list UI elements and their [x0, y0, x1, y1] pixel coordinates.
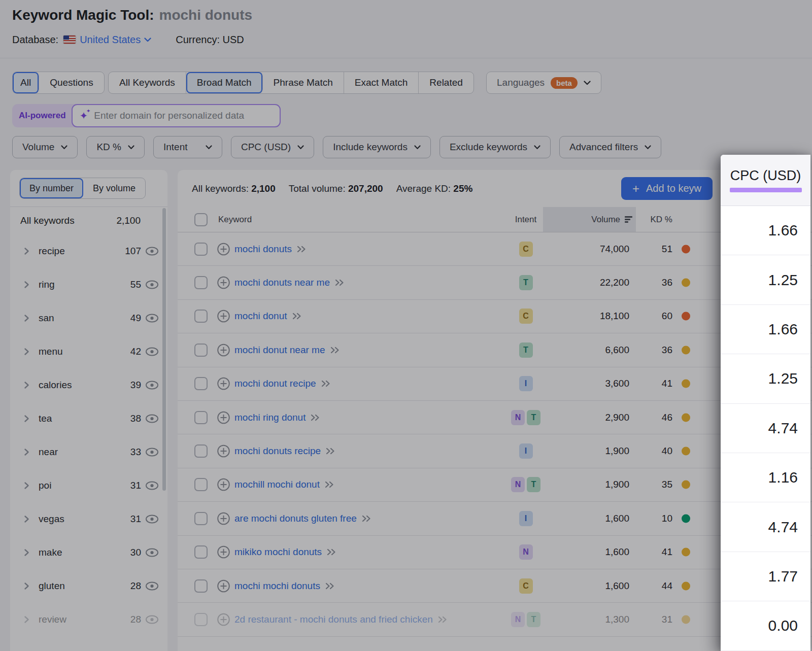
eye-icon[interactable] [145, 347, 159, 357]
eye-icon[interactable] [145, 581, 159, 591]
eye-icon[interactable] [145, 247, 159, 256]
row-checkbox[interactable] [194, 545, 208, 559]
volume-value: 3,600 [561, 378, 629, 389]
add-keyword-icon[interactable] [217, 612, 230, 626]
sidebar-group-item[interactable]: review28 [10, 603, 167, 636]
eye-icon[interactable] [145, 548, 159, 558]
tab-related[interactable]: Related [419, 72, 473, 93]
keyword-link[interactable]: mochi donuts [234, 244, 292, 255]
tab-all[interactable]: All [13, 72, 39, 93]
add-to-keyword-list-button[interactable]: + Add to keyw [621, 177, 713, 200]
tab-questions[interactable]: Questions [39, 72, 104, 93]
double-chevron-icon[interactable] [361, 515, 372, 523]
keyword-link[interactable]: mochi donut [234, 311, 287, 322]
filter-include-keywords[interactable]: Include keywords [323, 136, 431, 158]
sidebar-group-item[interactable]: poi31 [10, 469, 167, 502]
double-chevron-icon[interactable] [330, 346, 341, 354]
languages-dropdown[interactable]: Languages beta [486, 72, 601, 94]
sidebar-group-item[interactable]: menu42 [10, 335, 167, 368]
sidebar-group-item[interactable]: vegas31 [10, 502, 167, 536]
double-chevron-icon[interactable] [325, 582, 335, 590]
database-selector[interactable]: United States [80, 34, 151, 46]
keyword-link[interactable]: mochi ring donut [234, 412, 306, 423]
select-all-checkbox[interactable] [194, 213, 208, 226]
sort-by-number-button[interactable]: By number [20, 178, 83, 198]
row-checkbox[interactable] [194, 478, 208, 491]
eye-icon[interactable] [145, 448, 159, 457]
row-checkbox[interactable] [194, 243, 208, 256]
tab-all-keywords[interactable]: All Keywords [109, 72, 186, 93]
double-chevron-icon[interactable] [325, 447, 336, 455]
double-chevron-icon[interactable] [437, 615, 448, 624]
eye-icon[interactable] [145, 381, 159, 390]
eye-icon[interactable] [145, 414, 159, 424]
tab-phrase-match[interactable]: Phrase Match [263, 72, 344, 93]
row-checkbox[interactable] [194, 411, 208, 424]
tab-broad-match[interactable]: Broad Match [186, 72, 263, 93]
keyword-link[interactable]: mochi donut recipe [234, 378, 316, 389]
keyword-link[interactable]: mochi mochi donuts [234, 580, 320, 592]
add-keyword-icon[interactable] [217, 579, 230, 593]
keyword-link[interactable]: mochi donuts near me [234, 277, 330, 288]
add-keyword-icon[interactable] [217, 478, 230, 492]
filter-volume[interactable]: Volume [12, 136, 78, 158]
double-chevron-icon[interactable] [334, 279, 345, 287]
sidebar-group-item[interactable]: calories39 [10, 368, 167, 402]
add-keyword-icon[interactable] [217, 242, 230, 256]
double-chevron-icon[interactable] [292, 312, 302, 320]
keyword-link[interactable]: are mochi donuts gluten free [234, 513, 357, 524]
sidebar-group-item[interactable]: san49 [10, 301, 167, 335]
row-checkbox[interactable] [194, 444, 208, 458]
add-keyword-icon[interactable] [217, 410, 230, 424]
row-checkbox[interactable] [194, 579, 208, 593]
keyword-link[interactable]: mochill mochi donut [234, 479, 320, 490]
add-keyword-icon[interactable] [217, 444, 230, 458]
row-checkbox[interactable] [194, 344, 208, 357]
double-chevron-icon[interactable] [324, 481, 335, 489]
group-name: vegas [39, 513, 64, 525]
keyword-link[interactable]: mikiko mochi donuts [234, 546, 322, 558]
eye-icon[interactable] [145, 515, 159, 524]
double-chevron-icon[interactable] [296, 245, 307, 253]
sidebar-group-item[interactable]: near33 [10, 435, 167, 469]
intent-badges: NT [511, 477, 540, 492]
filter-exclude-keywords[interactable]: Exclude keywords [439, 136, 551, 158]
eye-icon[interactable] [145, 481, 159, 491]
eye-icon[interactable] [145, 615, 159, 625]
double-chevron-icon[interactable] [310, 414, 321, 422]
filter-intent[interactable]: Intent [153, 136, 222, 158]
sidebar-group-item[interactable]: tea38 [10, 402, 167, 435]
column-volume[interactable]: Volume [543, 207, 636, 232]
row-checkbox[interactable] [194, 613, 208, 626]
eye-icon[interactable] [145, 314, 159, 323]
sidebar-group-item[interactable]: make30 [10, 536, 167, 569]
eye-icon[interactable] [145, 280, 159, 290]
row-checkbox[interactable] [194, 512, 208, 525]
row-checkbox[interactable] [194, 276, 208, 289]
sidebar-group-item[interactable]: recipe107 [10, 234, 167, 268]
sort-by-volume-button[interactable]: By volume [83, 178, 145, 198]
add-keyword-icon[interactable] [217, 343, 230, 357]
row-checkbox[interactable] [194, 310, 208, 323]
tab-exact-match[interactable]: Exact Match [344, 72, 419, 93]
filter-kd[interactable]: KD % [86, 136, 145, 158]
sidebar-group-item[interactable]: ring55 [10, 268, 167, 301]
keyword-link[interactable]: mochi donut near me [234, 345, 325, 356]
domain-input[interactable] [93, 110, 272, 122]
filter-cpc[interactable]: CPC (USD) [231, 136, 314, 158]
filter-advanced[interactable]: Advanced filters [559, 136, 661, 158]
add-keyword-icon[interactable] [217, 511, 230, 525]
add-keyword-icon[interactable] [217, 377, 230, 391]
sidebar-group-item[interactable]: gluten28 [10, 569, 167, 603]
sidebar-all-keywords[interactable]: All keywords 2,100 [10, 207, 167, 234]
filters-row: Volume KD % Intent CPC (USD) Include key… [12, 136, 661, 158]
add-keyword-icon[interactable] [217, 545, 230, 559]
row-checkbox[interactable] [194, 377, 208, 390]
double-chevron-icon[interactable] [321, 380, 331, 388]
double-chevron-icon[interactable] [326, 548, 337, 556]
add-keyword-icon[interactable] [217, 310, 230, 323]
sidebar-scrollbar[interactable] [162, 208, 166, 491]
keyword-link[interactable]: 2d restaurant - mochi donuts and fried c… [234, 614, 433, 625]
keyword-link[interactable]: mochi donuts recipe [234, 446, 321, 457]
add-keyword-icon[interactable] [217, 276, 230, 290]
